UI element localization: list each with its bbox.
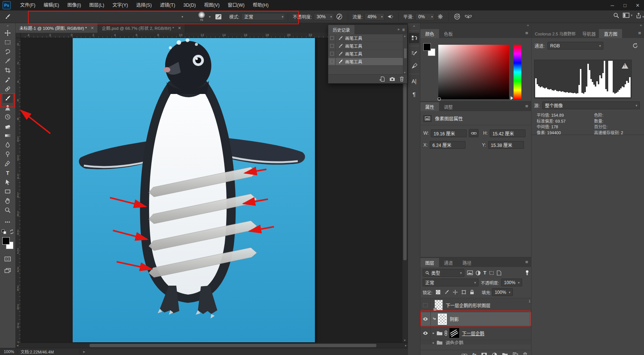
toolbar-collapse-icon[interactable]: » — [7, 23, 9, 28]
filter-type-layers-icon[interactable]: T — [483, 270, 486, 276]
horizontal-scrollbar[interactable]: ◂ ▸ — [16, 343, 408, 348]
vertical-scrollbar-thumb[interactable] — [403, 74, 407, 260]
filter-toggle-icon[interactable] — [525, 270, 529, 276]
brush-preset-picker[interactable]: 70 — [197, 12, 206, 22]
history-step-selected[interactable]: 画笔工具 — [328, 58, 407, 66]
adjustment-layer-icon[interactable] — [492, 352, 497, 355]
hue-slider-arrow-icon[interactable] — [511, 96, 513, 100]
layer-style-fx-icon[interactable]: fx — [472, 352, 476, 355]
tab-histogram[interactable]: 直方图 — [599, 29, 622, 38]
history-source-toggle[interactable] — [328, 58, 336, 66]
layer-row-partial[interactable]: ▸ 调色企鹅 ▾ — [420, 340, 531, 345]
visibility-toggle-on[interactable] — [420, 312, 431, 326]
blend-mode-select[interactable]: 正常 ▾ — [241, 13, 285, 21]
foreground-color-swatch[interactable] — [2, 237, 10, 245]
history-scrollbar[interactable]: ▴ ▾ — [403, 34, 407, 74]
panel-collapse-icon[interactable]: » — [397, 27, 400, 32]
fill-input[interactable]: 100% ▾ — [492, 288, 513, 296]
edit-toolbar-icon[interactable]: ••• — [3, 217, 13, 226]
quick-selection-tool[interactable] — [3, 56, 13, 66]
new-document-from-state-icon[interactable] — [380, 76, 385, 82]
dock-expand-icon[interactable]: « — [413, 23, 415, 29]
layer-row-shape[interactable]: 下一层企鹅的形状图层 ▴ — [420, 298, 531, 312]
hue-slider[interactable] — [514, 45, 521, 99]
airbrush-icon[interactable] — [386, 12, 395, 21]
brush-settings-panel-icon[interactable] — [409, 48, 419, 59]
new-layer-icon[interactable] — [513, 352, 518, 355]
link-dimensions-icon[interactable] — [469, 129, 479, 137]
gradient-tool[interactable] — [3, 131, 13, 140]
tab-history[interactable]: 历史记录 — [328, 25, 354, 34]
filter-shape-layers-icon[interactable] — [489, 271, 494, 275]
marquee-tool[interactable] — [3, 38, 13, 47]
history-step[interactable]: 画笔工具 — [328, 34, 407, 42]
filter-pixel-layers-icon[interactable] — [467, 270, 473, 275]
menu-help[interactable]: 帮助(H) — [249, 0, 272, 10]
x-input[interactable]: 6.24 厘米 — [430, 141, 465, 149]
pen-tool[interactable] — [3, 159, 13, 168]
menu-file[interactable]: 文件(F) — [16, 0, 40, 10]
eraser-tool[interactable] — [3, 122, 13, 131]
filter-adjustment-layers-icon[interactable] — [476, 270, 481, 276]
group-expander-icon[interactable]: ▸ — [433, 341, 435, 345]
stripes-thumbnail[interactable] — [449, 328, 459, 338]
saturation-brightness-picker[interactable] — [438, 45, 509, 99]
brushes-panel-icon[interactable] — [409, 61, 419, 71]
tab-properties[interactable]: 属性 — [420, 102, 439, 111]
ruler-origin-box[interactable] — [16, 33, 21, 38]
height-input[interactable]: 15.42 厘米 — [490, 129, 525, 137]
history-source-toggle[interactable] — [328, 34, 336, 42]
horizontal-scrollbar-thumb[interactable] — [89, 344, 376, 347]
paragraph-panel-icon[interactable]: ¶ — [409, 89, 419, 99]
new-group-icon[interactable] — [502, 352, 508, 355]
clone-stamp-tool[interactable] — [3, 103, 13, 112]
flow-input[interactable]: 49% ▾ — [364, 13, 385, 21]
tab-coolorus[interactable]: Coolorus 2.5 马鹿野郎 — [531, 29, 579, 38]
paint-symmetry-icon[interactable] — [464, 12, 473, 21]
visibility-toggle-on[interactable] — [420, 326, 431, 340]
path-selection-tool[interactable] — [3, 178, 13, 187]
tab-swatches[interactable]: 色板 — [439, 29, 458, 38]
lock-pixels-icon[interactable] — [444, 290, 449, 295]
dodge-tool[interactable] — [3, 150, 13, 159]
tab-color[interactable]: 颜色 — [420, 29, 439, 38]
document-view[interactable] — [73, 38, 315, 342]
default-colors-icon[interactable] — [1, 229, 6, 234]
share-icon[interactable] — [636, 13, 641, 18]
add-layer-mask-icon[interactable] — [481, 352, 487, 355]
menu-view[interactable]: 视图(V) — [200, 0, 224, 10]
pressure-opacity-icon[interactable] — [335, 12, 344, 21]
panel-menu-icon[interactable]: ≡ — [638, 30, 641, 36]
menu-layer[interactable]: 图层(L) — [85, 0, 108, 10]
move-tool[interactable] — [3, 28, 13, 38]
panel-menu-icon[interactable]: ≡ — [525, 30, 528, 36]
panel-menu-icon[interactable]: ≡ — [525, 259, 528, 265]
history-source-toggle[interactable] — [328, 42, 336, 50]
zoom-tool[interactable] — [3, 205, 13, 215]
history-step[interactable]: 画笔工具 — [328, 50, 407, 58]
crop-tool[interactable] — [3, 66, 13, 75]
doc-tab-untitled[interactable]: 未标题-1 @ 100% (阴影, RGB/8#) * ✕ — [16, 23, 98, 33]
warning-icon[interactable] — [622, 63, 628, 69]
lock-all-icon[interactable] — [470, 290, 474, 295]
screen-mode-icon[interactable] — [3, 266, 13, 275]
dock-collapse-icon[interactable]: » — [527, 23, 529, 27]
toggle-brush-panel-icon[interactable] — [214, 12, 223, 21]
opacity-input[interactable]: 30% ▾ — [314, 13, 334, 21]
layer-thumbnail[interactable] — [438, 314, 447, 325]
maximize-button[interactable]: □ — [619, 0, 631, 10]
panel-menu-icon[interactable]: ≡ — [525, 103, 528, 109]
close-icon[interactable]: ✕ — [178, 26, 181, 31]
eyedropper-tool[interactable] — [3, 75, 13, 84]
character-panel-icon[interactable]: A| — [409, 76, 419, 87]
menu-select[interactable]: 选择(S) — [132, 0, 156, 10]
dock-collapse-icon[interactable]: » — [640, 23, 642, 27]
layer-row-group[interactable]: ▸ 下一层企鹅 — [420, 326, 531, 340]
hand-tool[interactable] — [3, 196, 13, 205]
lasso-tool[interactable] — [3, 47, 13, 56]
width-input[interactable]: 19.16 厘米 — [431, 129, 467, 137]
minimize-button[interactable]: ─ — [606, 0, 619, 10]
workspace-switcher-icon[interactable]: ▾ — [623, 13, 632, 18]
trash-icon[interactable] — [400, 76, 404, 82]
shape-tool[interactable] — [3, 187, 13, 196]
